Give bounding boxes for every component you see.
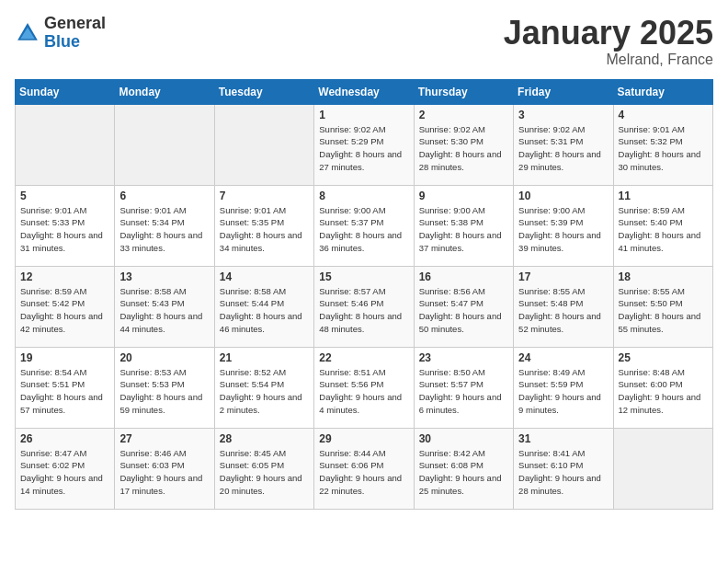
week-row-1: 1Sunrise: 9:02 AMSunset: 5:29 PMDaylight… xyxy=(16,104,713,185)
day-number: 31 xyxy=(518,432,608,445)
cell-info-line: Sunrise: 8:57 AM xyxy=(319,286,385,296)
cell-info-line: Daylight: 9 hours and 14 minutes. xyxy=(20,473,103,496)
cell-info: Sunrise: 8:45 AMSunset: 6:05 PMDaylight:… xyxy=(220,447,309,498)
cell-info-line: Sunrise: 9:00 AM xyxy=(419,205,485,215)
day-header-monday: Monday xyxy=(115,79,214,104)
cell-info-line: Sunrise: 8:54 AM xyxy=(20,367,86,377)
calendar-cell: 13Sunrise: 8:58 AMSunset: 5:43 PMDayligh… xyxy=(115,266,214,347)
cell-info-line: Sunrise: 8:55 AM xyxy=(518,286,585,296)
cell-info: Sunrise: 9:01 AMSunset: 5:32 PMDaylight:… xyxy=(619,123,708,174)
day-number: 1 xyxy=(319,109,408,121)
cell-info: Sunrise: 8:55 AMSunset: 5:50 PMDaylight:… xyxy=(619,285,708,336)
page-header: General Blue January 2025 Melrand, Franc… xyxy=(15,15,713,68)
calendar-cell: 6Sunrise: 9:01 AMSunset: 5:34 PMDaylight… xyxy=(115,185,214,266)
cell-info-line: Daylight: 8 hours and 33 minutes. xyxy=(119,230,202,253)
cell-info: Sunrise: 8:58 AMSunset: 5:44 PMDaylight:… xyxy=(220,285,309,336)
cell-info-line: Sunset: 6:00 PM xyxy=(619,379,683,389)
cell-info-line: Sunrise: 8:52 AM xyxy=(220,367,286,377)
month-year-title: January 2025 xyxy=(504,15,713,52)
calendar-cell: 23Sunrise: 8:50 AMSunset: 5:57 PMDayligh… xyxy=(414,347,513,428)
cell-info-line: Sunset: 5:50 PM xyxy=(619,298,683,308)
cell-info: Sunrise: 8:54 AMSunset: 5:51 PMDaylight:… xyxy=(20,366,109,417)
cell-info-line: Sunrise: 8:50 AM xyxy=(419,367,485,377)
cell-info-line: Daylight: 8 hours and 27 minutes. xyxy=(319,149,402,172)
day-number: 3 xyxy=(518,109,608,121)
cell-info-line: Daylight: 9 hours and 12 minutes. xyxy=(619,392,701,415)
cell-info-line: Sunrise: 8:46 AM xyxy=(119,448,186,458)
calendar-cell xyxy=(613,428,712,509)
cell-info-line: Daylight: 8 hours and 31 minutes. xyxy=(20,230,103,253)
cell-info-line: Sunset: 5:33 PM xyxy=(20,217,85,227)
cell-info: Sunrise: 8:49 AMSunset: 5:59 PMDaylight:… xyxy=(518,366,608,417)
cell-info-line: Sunrise: 8:48 AM xyxy=(619,367,685,377)
cell-info: Sunrise: 9:00 AMSunset: 5:37 PMDaylight:… xyxy=(319,204,408,255)
calendar-cell: 10Sunrise: 9:00 AMSunset: 5:39 PMDayligh… xyxy=(514,185,613,266)
cell-info-line: Daylight: 9 hours and 28 minutes. xyxy=(518,473,601,496)
cell-info-line: Sunrise: 8:49 AM xyxy=(518,367,585,377)
cell-info-line: Daylight: 8 hours and 41 minutes. xyxy=(619,230,701,253)
cell-info-line: Daylight: 9 hours and 4 minutes. xyxy=(319,392,402,415)
cell-info-line: Daylight: 9 hours and 2 minutes. xyxy=(220,392,302,415)
cell-info: Sunrise: 8:50 AMSunset: 5:57 PMDaylight:… xyxy=(419,366,508,417)
day-number: 9 xyxy=(419,190,508,202)
cell-info-line: Sunrise: 9:00 AM xyxy=(319,205,385,215)
cell-info: Sunrise: 9:00 AMSunset: 5:39 PMDaylight:… xyxy=(518,204,608,255)
cell-info-line: Sunrise: 8:51 AM xyxy=(319,367,385,377)
calendar-cell: 17Sunrise: 8:55 AMSunset: 5:48 PMDayligh… xyxy=(514,266,613,347)
day-number: 2 xyxy=(419,109,508,121)
day-number: 8 xyxy=(319,190,408,202)
cell-info-line: Sunset: 5:42 PM xyxy=(20,298,85,308)
cell-info-line: Sunset: 5:38 PM xyxy=(419,217,483,227)
cell-info: Sunrise: 8:58 AMSunset: 5:43 PMDaylight:… xyxy=(119,285,209,336)
cell-info-line: Sunset: 5:59 PM xyxy=(518,379,583,389)
cell-info-line: Sunset: 6:10 PM xyxy=(518,460,583,470)
cell-info-line: Sunset: 5:43 PM xyxy=(119,298,184,308)
calendar-cell: 1Sunrise: 9:02 AMSunset: 5:29 PMDaylight… xyxy=(314,104,414,185)
calendar-cell: 12Sunrise: 8:59 AMSunset: 5:42 PMDayligh… xyxy=(16,266,115,347)
cell-info-line: Sunset: 5:37 PM xyxy=(319,217,383,227)
cell-info: Sunrise: 9:02 AMSunset: 5:31 PMDaylight:… xyxy=(518,123,608,174)
cell-info-line: Sunrise: 9:01 AM xyxy=(119,205,186,215)
calendar-cell: 7Sunrise: 9:01 AMSunset: 5:35 PMDaylight… xyxy=(214,185,313,266)
cell-info: Sunrise: 8:41 AMSunset: 6:10 PMDaylight:… xyxy=(518,447,608,498)
cell-info-line: Sunset: 5:29 PM xyxy=(319,136,383,146)
week-row-4: 19Sunrise: 8:54 AMSunset: 5:51 PMDayligh… xyxy=(16,347,713,428)
calendar-cell: 30Sunrise: 8:42 AMSunset: 6:08 PMDayligh… xyxy=(414,428,513,509)
day-number: 18 xyxy=(619,270,708,283)
cell-info-line: Sunrise: 9:01 AM xyxy=(619,124,685,134)
location-subtitle: Melrand, France xyxy=(504,52,713,68)
cell-info-line: Daylight: 8 hours and 29 minutes. xyxy=(518,149,601,172)
day-number: 14 xyxy=(220,270,309,283)
cell-info-line: Daylight: 9 hours and 6 minutes. xyxy=(419,392,502,415)
day-number: 25 xyxy=(619,351,708,364)
cell-info-line: Daylight: 9 hours and 9 minutes. xyxy=(518,392,601,415)
cell-info-line: Daylight: 8 hours and 44 minutes. xyxy=(119,311,202,334)
cell-info: Sunrise: 8:48 AMSunset: 6:00 PMDaylight:… xyxy=(619,366,708,417)
cell-info-line: Sunrise: 8:59 AM xyxy=(20,286,86,296)
day-number: 26 xyxy=(20,432,109,445)
cell-info-line: Sunset: 5:53 PM xyxy=(119,379,184,389)
cell-info-line: Sunset: 5:56 PM xyxy=(319,379,383,389)
calendar-cell: 25Sunrise: 8:48 AMSunset: 6:00 PMDayligh… xyxy=(613,347,712,428)
cell-info-line: Sunset: 5:30 PM xyxy=(419,136,483,146)
cell-info: Sunrise: 9:02 AMSunset: 5:29 PMDaylight:… xyxy=(319,123,408,174)
calendar-cell: 4Sunrise: 9:01 AMSunset: 5:32 PMDaylight… xyxy=(613,104,712,185)
day-number: 15 xyxy=(319,270,408,283)
day-number: 19 xyxy=(20,351,109,364)
calendar-cell xyxy=(115,104,214,185)
cell-info-line: Sunset: 5:44 PM xyxy=(220,298,284,308)
cell-info-line: Daylight: 8 hours and 42 minutes. xyxy=(20,311,103,334)
cell-info-line: Daylight: 9 hours and 17 minutes. xyxy=(119,473,202,496)
cell-info-line: Daylight: 8 hours and 55 minutes. xyxy=(619,311,701,334)
calendar-cell: 8Sunrise: 9:00 AMSunset: 5:37 PMDaylight… xyxy=(314,185,414,266)
cell-info-line: Daylight: 8 hours and 52 minutes. xyxy=(518,311,601,334)
cell-info: Sunrise: 9:02 AMSunset: 5:30 PMDaylight:… xyxy=(419,123,508,174)
cell-info-line: Daylight: 9 hours and 22 minutes. xyxy=(319,473,402,496)
cell-info: Sunrise: 8:44 AMSunset: 6:06 PMDaylight:… xyxy=(319,447,408,498)
calendar-cell: 2Sunrise: 9:02 AMSunset: 5:30 PMDaylight… xyxy=(414,104,513,185)
cell-info-line: Sunrise: 9:02 AM xyxy=(319,124,385,134)
day-number: 30 xyxy=(419,432,508,445)
cell-info-line: Daylight: 8 hours and 34 minutes. xyxy=(220,230,302,253)
cell-info-line: Sunset: 6:03 PM xyxy=(119,460,184,470)
cell-info-line: Daylight: 8 hours and 48 minutes. xyxy=(319,311,402,334)
